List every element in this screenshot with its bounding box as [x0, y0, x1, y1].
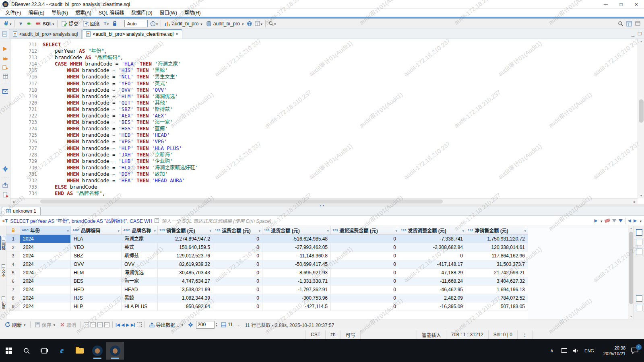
column-filter-icon[interactable] — [524, 228, 526, 233]
search-dropdown[interactable] — [268, 19, 277, 28]
scroll-down-icon[interactable]: ▼ — [628, 314, 634, 319]
table-row[interactable]: 12024HLA海澜之家2,274,894,947.20-516,624,985… — [6, 235, 528, 243]
table-cell[interactable]: SBZ — [71, 252, 122, 260]
table-cell[interactable]: 0 — [331, 269, 399, 277]
table-cell[interactable]: -7,338,741 — [399, 235, 466, 243]
code-line[interactable]: WHEN brandCode = 'HLM' THEN '海澜优选' — [43, 93, 638, 100]
column-header-2[interactable]: ABC品牌名称 — [122, 226, 158, 235]
table-cell[interactable]: 2024 — [20, 243, 71, 252]
minimize-editor-button[interactable] — [631, 31, 634, 37]
table-row[interactable]: 72024HEDHEAD3,538,021.990-1,797,362.910-… — [6, 286, 528, 294]
table-cell[interactable]: -27,993,462.05 — [262, 243, 331, 252]
execute-new-tab-button[interactable] — [1, 64, 9, 72]
table-cell[interactable]: 0 — [213, 260, 262, 269]
table-row[interactable]: 42024OVVOVV82,619,939.320-50,699,417.450… — [6, 260, 528, 269]
code-line[interactable]: WHEN brandCode = 'VPG' THEN 'VPG' — [43, 138, 638, 145]
table-cell[interactable]: 0 — [331, 252, 399, 260]
internet-explorer-icon[interactable]: e — [53, 342, 71, 360]
calc-panel-icon[interactable] — [636, 305, 642, 311]
table-row[interactable]: 52024HLM海澜优选30,485,703.430-8,695,921.930… — [6, 269, 528, 277]
close-window-button[interactable] — [629, 0, 644, 8]
table-cell[interactable]: -1,331,338.71 — [262, 277, 331, 286]
table-cell[interactable]: 2024 — [20, 286, 71, 294]
code-lines[interactable]: SELECT perYear AS "年份", brandCode AS "品牌… — [40, 39, 638, 197]
table-cell[interactable]: -1,797,362.91 — [262, 286, 331, 294]
table-cell[interactable]: HEAD — [122, 286, 158, 294]
table-cell[interactable]: -417,148.17 — [399, 260, 466, 269]
table-cell[interactable]: -8,695,921.93 — [262, 269, 331, 277]
disconnect-plug-icon[interactable] — [34, 19, 42, 28]
table-cell[interactable]: 129,012,523.76 — [158, 252, 213, 260]
scroll-left-icon[interactable]: ◀ — [10, 199, 16, 205]
cancel-button[interactable]: 取消 — [58, 320, 78, 329]
table-cell[interactable]: 0 — [213, 294, 262, 302]
lock-icon[interactable] — [111, 19, 119, 28]
table-cell[interactable]: -300,753.96 — [262, 294, 331, 302]
table-cell[interactable]: HLP — [71, 302, 122, 311]
value-panel-icon[interactable] — [636, 229, 642, 236]
table-cell[interactable]: 0 — [399, 252, 466, 260]
transaction-mode-dropdown[interactable]: T — [102, 19, 110, 28]
row-number[interactable]: 9 — [6, 302, 20, 311]
editor-list-icon[interactable] — [0, 29, 9, 39]
column-filter-icon[interactable] — [209, 228, 211, 233]
table-cell[interactable]: 82,619,939.32 — [158, 260, 213, 269]
code-line[interactable]: brandCode AS "品牌编码", — [43, 54, 638, 61]
code-line[interactable]: perYear AS "年份", — [43, 48, 638, 54]
input-language-indicator[interactable]: ENG — [582, 342, 597, 360]
touch-keyboard-icon[interactable] — [558, 342, 570, 360]
hidden-icons-caret[interactable] — [546, 342, 558, 360]
table-cell[interactable]: 784,072.52 — [466, 294, 528, 302]
table-cell[interactable]: HLA — [71, 235, 122, 243]
mail-icon[interactable] — [1, 87, 9, 95]
filter-input[interactable]: 输入一个 SQL 表达式来过滤结果 (使用 Ctrl+Space) — [161, 217, 592, 224]
menu-item-7[interactable]: 帮助(H) — [181, 9, 204, 17]
table-cell[interactable]: HLA PLUS — [122, 302, 158, 311]
column-header-5[interactable]: 123退货金额 (元) — [262, 226, 331, 235]
row-number[interactable]: 4 — [6, 260, 20, 269]
expand-icon[interactable] — [155, 218, 159, 223]
column-header-7[interactable]: 123发货调整金额 (元) — [399, 226, 466, 235]
sql-editor[interactable]: ▶ ▶▶ ···· ···· 71171271371471571671 — [0, 39, 644, 204]
menu-item-3[interactable]: 搜索(A) — [72, 9, 95, 17]
menu-item-2[interactable]: 导航(N) — [48, 9, 72, 17]
transaction-log-dropdown[interactable] — [149, 19, 159, 28]
code-line[interactable]: WHEN brandCode = 'OVV' THEN 'OVV' — [43, 87, 638, 93]
fetch-size-input[interactable] — [196, 321, 215, 329]
minimize-window-button[interactable] — [598, 0, 613, 8]
table-cell[interactable]: 0 — [331, 235, 399, 243]
grid-vertical-scrollbar[interactable]: ▲ ▼ — [628, 226, 634, 319]
table-cell[interactable]: 950,692.64 — [158, 302, 213, 311]
row-number[interactable]: 7 — [6, 286, 20, 294]
save-button[interactable]: 保存 — [33, 320, 57, 329]
code-line[interactable]: WHEN brandCode = 'NCL' THEN '男生女生' — [43, 74, 638, 80]
table-cell[interactable]: 2024 — [20, 302, 71, 311]
code-line[interactable]: WHEN brandCode = 'HLX' THEN '海澜之家甄选好鞋' — [43, 165, 638, 171]
table-cell[interactable]: HED — [71, 286, 122, 294]
column-filter-icon[interactable] — [118, 228, 120, 233]
code-line[interactable]: WHEN brandCode = 'HGS' THEN '蓝鲸' — [43, 125, 638, 132]
column-filter-icon[interactable] — [462, 228, 464, 233]
table-cell[interactable]: 1,750,931,220.72 — [466, 235, 528, 243]
code-line[interactable]: WHEN brandCode = 'BES' THEN '海一家' — [43, 119, 638, 125]
table-cell[interactable]: -50,699,417.45 — [262, 260, 331, 269]
table-cell[interactable]: 2024 — [20, 269, 71, 277]
code-line[interactable]: END AS "品牌名称", — [43, 190, 638, 197]
table-cell[interactable]: HJS — [71, 294, 122, 302]
table-row[interactable]: 62024BES海一家4,747,634.270-1,331,338.710-1… — [6, 277, 528, 286]
dbeaver-taskbar-icon-active[interactable] — [106, 342, 124, 360]
start-button[interactable] — [0, 342, 18, 360]
sql-dialect-dropdown[interactable]: SQL — [42, 19, 55, 28]
table-cell[interactable]: BES — [71, 277, 122, 286]
last-row-button[interactable] — [131, 323, 135, 327]
code-line[interactable]: WHEN brandCode = 'QIT' THEN '其他' — [43, 100, 638, 106]
editor-vertical-scrollbar[interactable]: ▲ ▼ — [638, 39, 644, 198]
code-line[interactable]: WHEN brandCode = 'LHB' THEN '企业购' — [43, 158, 638, 165]
connection-select[interactable]: audit_bi_pro — [163, 19, 204, 28]
scroll-down-icon[interactable]: ▼ — [638, 193, 644, 198]
row-number[interactable]: 3 — [6, 252, 20, 260]
table-cell[interactable]: 0 — [213, 277, 262, 286]
references-panel-icon[interactable] — [636, 295, 642, 302]
table-cell[interactable]: 30,485,703.43 — [158, 269, 213, 277]
table-cell[interactable]: 2024 — [20, 252, 71, 260]
